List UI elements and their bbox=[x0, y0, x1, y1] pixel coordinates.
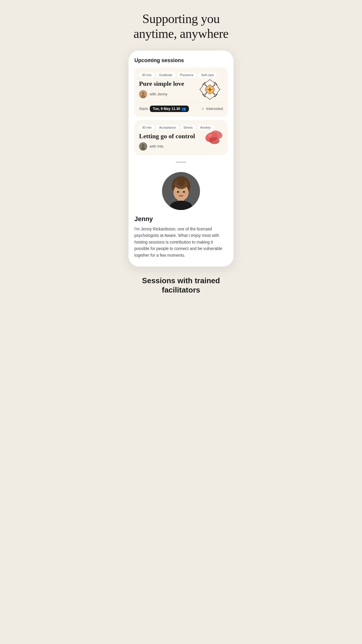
date-text: Tue, 9 May 11.30 bbox=[153, 107, 180, 111]
facilitator-profile-section: Jenny I'm Jenny Rickardsson, one of the … bbox=[129, 165, 233, 267]
upcoming-sessions-title: Upcoming sessions bbox=[134, 57, 228, 64]
svg-point-23 bbox=[184, 192, 188, 195]
mandala-illustration bbox=[197, 76, 223, 104]
jenny-avatar-large bbox=[162, 172, 200, 210]
tag-acceptance: Acceptance bbox=[156, 125, 179, 130]
interested-button[interactable]: ☆ Interested bbox=[201, 106, 223, 111]
starts-label: Starts bbox=[139, 107, 148, 111]
hero-title: Supporting you anytime, anywhere bbox=[126, 12, 236, 41]
tag-stress: Stress bbox=[181, 125, 196, 130]
phone-mockup: Upcoming sessions bbox=[129, 50, 233, 267]
page-wrapper: Supporting you anytime, anywhere Upcomin… bbox=[121, 0, 241, 309]
star-icon: ☆ bbox=[201, 106, 205, 111]
session2-facilitator-name: with Ints bbox=[150, 144, 164, 148]
facilitator-name: Jenny bbox=[134, 215, 228, 223]
bottom-title: Sessions with trained facilitators bbox=[132, 276, 230, 295]
session-card-1[interactable]: 30 min Gratitude Presence Self-care Pure… bbox=[134, 68, 228, 116]
tag-presence: Presence bbox=[177, 72, 196, 78]
date-badge[interactable]: Tue, 9 May 11.30 👥 bbox=[150, 106, 189, 112]
tag-30min-2: 30 min bbox=[139, 125, 154, 130]
bottom-section: Sessions with trained facilitators bbox=[126, 267, 236, 298]
svg-point-3 bbox=[142, 92, 145, 95]
ints-avatar-small bbox=[139, 142, 147, 150]
svg-point-17 bbox=[177, 179, 185, 186]
session1-facilitator-name: with Jenny bbox=[150, 92, 167, 96]
svg-point-10 bbox=[142, 144, 145, 147]
svg-point-20 bbox=[179, 195, 183, 197]
scroll-bar bbox=[176, 162, 186, 163]
tag-30min-1: 30 min bbox=[139, 72, 154, 78]
svg-point-22 bbox=[174, 192, 178, 195]
phone-inner: Upcoming sessions bbox=[129, 50, 233, 155]
group-icon: 👥 bbox=[182, 107, 186, 111]
svg-point-11 bbox=[141, 147, 145, 150]
starts-row: Starts Tue, 9 May 11.30 👥 bbox=[139, 106, 189, 112]
session-card-2[interactable]: 30 min Acceptance Stress Anxiety Letting… bbox=[134, 120, 228, 155]
scroll-indicator bbox=[129, 159, 233, 165]
jenny-avatar-small bbox=[139, 90, 147, 98]
blob-illustration bbox=[201, 126, 225, 148]
tag-gratitude: Gratitude bbox=[156, 72, 175, 78]
facilitator-bio: I'm Jenny Rickardsson, one of the licens… bbox=[134, 226, 228, 258]
svg-point-4 bbox=[141, 95, 145, 98]
interested-label: Interested bbox=[206, 106, 223, 111]
